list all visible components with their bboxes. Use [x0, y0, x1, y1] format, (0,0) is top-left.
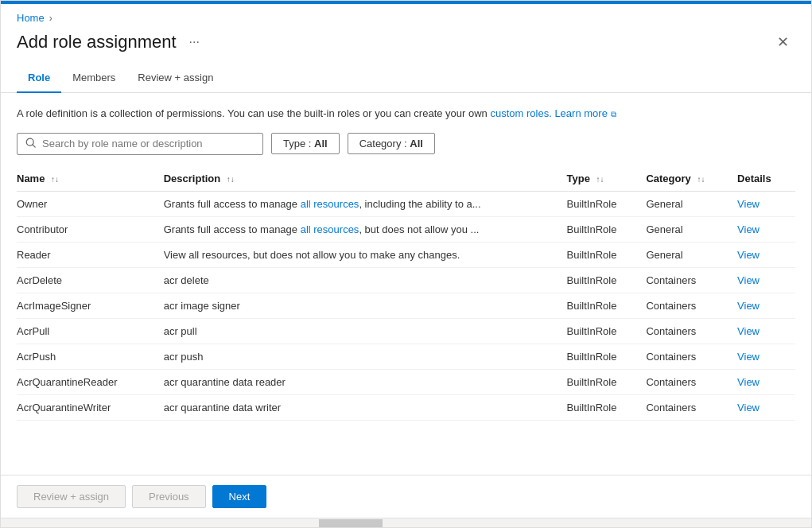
role-category-cell: Containers: [646, 369, 737, 394]
col-type[interactable]: Type ↑↓: [567, 166, 647, 192]
role-details-cell: View: [737, 344, 795, 369]
col-description[interactable]: Description ↑↓: [164, 166, 567, 192]
role-type-cell: BuiltInRole: [567, 242, 647, 267]
tab-review-assign[interactable]: Review + assign: [126, 64, 224, 93]
content-area: A role definition is a collection of per…: [1, 93, 811, 475]
type-filter-value: All: [314, 138, 328, 149]
tab-role[interactable]: Role: [17, 64, 61, 93]
view-link[interactable]: View: [737, 402, 760, 413]
role-desc-cell: Grants full access to manage all resourc…: [164, 191, 567, 216]
role-category-cell: Containers: [646, 293, 737, 318]
table-row[interactable]: ReaderView all resources, but does not a…: [17, 242, 795, 267]
role-desc-cell: acr pull: [164, 318, 567, 344]
role-details-cell: View: [737, 242, 795, 267]
role-details-cell: View: [737, 216, 795, 242]
roles-table: Name ↑↓ Description ↑↓ Type ↑↓ Category …: [17, 166, 795, 421]
view-link[interactable]: View: [737, 351, 760, 363]
view-link[interactable]: View: [737, 274, 760, 286]
previous-button[interactable]: Previous: [132, 485, 206, 508]
role-type-cell: BuiltInRole: [567, 394, 647, 420]
next-button[interactable]: Next: [212, 485, 267, 508]
role-desc-cell: acr delete: [164, 267, 567, 293]
table-row[interactable]: AcrPullacr pullBuiltInRoleContainersView: [17, 318, 795, 344]
category-filter-value: All: [410, 138, 423, 149]
role-type-cell: BuiltInRole: [567, 344, 647, 369]
filter-row: Type : All Category : All: [17, 133, 795, 155]
view-link[interactable]: View: [737, 300, 760, 312]
role-type-cell: BuiltInRole: [567, 369, 647, 394]
role-type-cell: BuiltInRole: [567, 216, 647, 242]
role-name-cell: AcrDelete: [17, 267, 164, 293]
desc-inline-link[interactable]: all resources: [301, 223, 359, 235]
roles-table-container: Name ↑↓ Description ↑↓ Type ↑↓ Category …: [17, 166, 795, 421]
review-assign-label: Review + assign: [33, 491, 109, 503]
external-link-icon: ⧉: [611, 110, 616, 118]
role-desc-cell: View all resources, but does not allow y…: [164, 242, 567, 267]
role-category-cell: Containers: [646, 344, 737, 369]
table-row[interactable]: AcrQuarantineWriteracr quarantine data w…: [17, 394, 795, 420]
role-category-cell: General: [646, 191, 737, 216]
role-type-cell: BuiltInRole: [567, 293, 647, 318]
role-name-cell: AcrQuarantineWriter: [17, 394, 164, 420]
role-name-cell: Contributor: [17, 216, 164, 242]
tabs-row: Role Members Review + assign: [1, 64, 811, 93]
role-category-cell: Containers: [646, 318, 737, 344]
table-row[interactable]: AcrPushacr pushBuiltInRoleContainersView: [17, 344, 795, 369]
sort-icon-type: ↑↓: [596, 175, 604, 184]
breadcrumb-separator: ›: [49, 13, 52, 24]
type-filter-label: Type :: [283, 138, 314, 149]
breadcrumb-home-link[interactable]: Home: [17, 12, 45, 24]
view-link[interactable]: View: [737, 223, 760, 235]
info-text: A role definition is a collection of per…: [17, 106, 795, 122]
col-details: Details: [737, 166, 795, 192]
learn-more-link[interactable]: Learn more: [554, 107, 607, 119]
bottom-scrollbar[interactable]: [1, 518, 811, 527]
role-desc-cell: acr image signer: [164, 293, 567, 318]
search-box: [17, 133, 263, 155]
close-button[interactable]: ✕: [771, 30, 795, 54]
role-name-cell: AcrPull: [17, 318, 164, 344]
ellipsis-button[interactable]: ···: [185, 33, 204, 51]
sort-icon-name: ↑↓: [51, 175, 59, 184]
role-name-cell: AcrQuarantineReader: [17, 369, 164, 394]
type-filter-button[interactable]: Type : All: [271, 133, 340, 154]
review-assign-button[interactable]: Review + assign: [17, 485, 126, 508]
footer: Review + assign Previous Next: [1, 475, 811, 518]
title-area: Add role assignment ···: [17, 32, 204, 52]
table-row[interactable]: ContributorGrants full access to manage …: [17, 216, 795, 242]
table-body: OwnerGrants full access to manage all re…: [17, 191, 795, 420]
table-row[interactable]: OwnerGrants full access to manage all re…: [17, 191, 795, 216]
role-name-cell: AcrPush: [17, 344, 164, 369]
custom-roles-link[interactable]: custom roles.: [490, 107, 551, 119]
view-link[interactable]: View: [737, 376, 760, 388]
role-details-cell: View: [737, 369, 795, 394]
role-category-cell: Containers: [646, 267, 737, 293]
view-link[interactable]: View: [737, 249, 760, 261]
role-desc-cell: Grants full access to manage all resourc…: [164, 216, 567, 242]
page-title: Add role assignment: [17, 32, 177, 52]
table-row[interactable]: AcrDeleteacr deleteBuiltInRoleContainers…: [17, 267, 795, 293]
role-details-cell: View: [737, 394, 795, 420]
search-input[interactable]: [42, 138, 254, 149]
col-name[interactable]: Name ↑↓: [17, 166, 164, 192]
table-row[interactable]: AcrQuarantineReaderacr quarantine data r…: [17, 369, 795, 394]
tab-members[interactable]: Members: [61, 64, 126, 93]
category-filter-button[interactable]: Category : All: [348, 133, 435, 154]
main-window: Home › Add role assignment ··· ✕ Role Me…: [0, 0, 812, 528]
role-details-cell: View: [737, 293, 795, 318]
table-row[interactable]: AcrImageSigneracr image signerBuiltInRol…: [17, 293, 795, 318]
sort-icon-category: ↑↓: [697, 175, 705, 184]
role-type-cell: BuiltInRole: [567, 191, 647, 216]
role-name-cell: Owner: [17, 191, 164, 216]
col-category[interactable]: Category ↑↓: [646, 166, 737, 192]
view-link[interactable]: View: [737, 198, 760, 210]
table-header-row: Name ↑↓ Description ↑↓ Type ↑↓ Category …: [17, 166, 795, 192]
breadcrumb: Home ›: [1, 4, 811, 27]
view-link[interactable]: View: [737, 325, 760, 337]
search-icon: [25, 138, 36, 150]
header-row: Add role assignment ··· ✕: [1, 27, 811, 64]
role-type-cell: BuiltInRole: [567, 267, 647, 293]
desc-inline-link[interactable]: all resources: [301, 198, 359, 210]
info-text-part1: A role definition is a collection of per…: [17, 107, 490, 119]
role-category-cell: Containers: [646, 394, 737, 420]
